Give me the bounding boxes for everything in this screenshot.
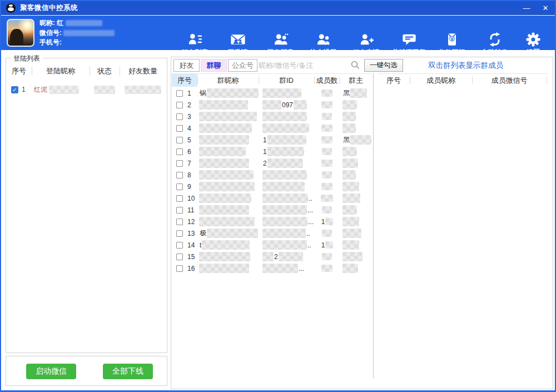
login-nickname: 红泥 [34,86,47,93]
group-table-row[interactable]: 3 [172,111,373,122]
group-table-body: 1锅黑20973451黑61728910..11...12...113极..14… [172,87,373,274]
group-nickname-cell [197,122,259,134]
group-table-row[interactable]: 11... [172,204,373,216]
group-nickname-cell: t [197,239,259,251]
toolbar-item-friend-request[interactable]: 好友申请 [345,32,388,57]
toolbar-item-payment-detail[interactable]: ¥ 收款明细 [430,32,473,57]
group-id-cell: ... [259,262,314,274]
redacted-mosaic [342,100,357,110]
all-offline-button[interactable]: 全部下线 [103,364,153,379]
row-checkbox[interactable] [176,137,183,143]
toolbar-item-auto-forward[interactable]: 自动转发 [473,32,516,57]
redacted-mosaic [199,193,251,203]
group-owner-cell [340,122,372,134]
start-wechat-button[interactable]: 启动微信 [26,364,76,379]
group-table-row[interactable]: 10.. [172,192,373,204]
row-number: 11 [187,206,194,214]
group-table-row[interactable]: 8 [172,169,373,181]
group-table-row[interactable]: 9 [172,181,373,192]
row-checkbox[interactable] [176,160,183,167]
row-checkbox[interactable] [176,219,183,225]
group-owner-cell [340,157,372,169]
group-table-row[interactable]: 13极.. [172,227,373,239]
row-number: 16 [187,265,195,272]
row-number: 3 [187,113,191,121]
row-number: 15 [187,253,195,261]
login-table-header: 序号 登陆昵称 状态 好友数量 [6,63,167,80]
search-input[interactable] [259,59,349,71]
group-table-row[interactable]: 51黑 [172,134,373,146]
redacted-mosaic [321,265,332,272]
redacted-mosaic [199,252,250,261]
row-checkbox[interactable] [176,102,183,108]
row-number: 8 [187,171,191,179]
toolbar-item-keyword-reply[interactable]: 关键词回复 [388,32,430,57]
redacted-mosaic [199,123,252,133]
close-button[interactable]: ✕ [536,1,555,15]
minimize-button[interactable]: — [517,1,536,15]
tab-official-account[interactable]: 公众号 [228,59,257,72]
redacted-mosaic [262,193,308,203]
row-checkbox[interactable] [176,183,183,190]
row-checkbox[interactable] [176,265,183,272]
group-table-row[interactable]: 2097 [172,99,373,111]
toolbar-item-mass-message[interactable]: 群发消息 [259,32,302,57]
toolbar-item-group-invite[interactable]: 群邀请 [216,32,259,57]
row-checkbox[interactable] [176,148,183,155]
redacted-mosaic [342,217,359,226]
row-checkbox[interactable] [176,254,183,260]
group-owner-cell [340,251,372,262]
member-count-cell [314,111,340,122]
group-table-row[interactable]: 16... [172,262,373,274]
redacted-mosaic [267,158,303,168]
search-icon [350,60,360,70]
toolbar-item-pull-into-group[interactable]: ← 拉人进群 [302,32,345,57]
row-checkbox[interactable] [176,207,183,214]
row-checkbox[interactable] [176,90,183,97]
group-nickname-cell [197,262,259,274]
group-table-row[interactable]: 1锅黑 [172,87,373,99]
row-checkbox[interactable] [176,230,183,237]
row-checkbox[interactable] [176,172,183,178]
user-info: 昵称: 红 微信号: 手机号: [39,18,115,48]
group-table-row[interactable]: 152 [172,251,373,262]
redacted-mosaic [199,147,246,156]
redacted-mosaic [262,229,306,238]
group-owner-cell [340,181,372,192]
group-owner-cell: 黑 [340,87,372,99]
login-list-panel: 序号 登陆昵称 状态 好友数量 ✓ 1 红泥 [6,58,167,353]
wechat-id-label: 微信号: [39,29,62,37]
row-checkbox[interactable] [176,242,183,249]
tab-friends[interactable]: 好友 [173,59,200,72]
group-table-row[interactable]: 72 [172,157,373,169]
login-row-checkbox[interactable]: ✓ [11,86,18,93]
redacted-mosaic [342,252,363,261]
redacted-mosaic [342,240,359,250]
panel-divider [373,73,374,378]
friend-list-icon [187,32,203,47]
group-id-cell: ... [259,216,314,227]
redacted-mosaic [262,112,307,121]
group-table-row[interactable]: 14t..1 [172,239,373,251]
app-logo-icon [6,3,16,13]
group-table-row[interactable]: 4 [172,122,373,134]
group-owner-cell [340,146,372,157]
member-count-cell [314,227,340,239]
redacted-mosaic [342,205,357,215]
redacted-mosaic [342,264,358,273]
redacted-mosaic [321,160,332,167]
member-count-cell [314,192,340,204]
row-checkbox[interactable] [176,195,183,202]
select-all-button[interactable]: 一键勾选 [364,59,403,72]
group-id-cell: .. [259,239,314,251]
row-checkbox[interactable] [176,125,183,132]
window-title: 聚客微信中控系统 [20,3,78,13]
tab-group-chat[interactable]: 群聊 [201,59,227,72]
redacted-mosaic [199,112,257,121]
group-table-row[interactable]: 12...1 [172,216,373,227]
toolbar-item-settings[interactable]: 设置 [516,32,550,57]
group-table-row[interactable]: 61 [172,146,373,157]
login-table-row[interactable]: ✓ 1 红泥 [6,83,167,96]
redacted-mosaic [199,205,249,215]
row-checkbox[interactable] [176,113,183,120]
